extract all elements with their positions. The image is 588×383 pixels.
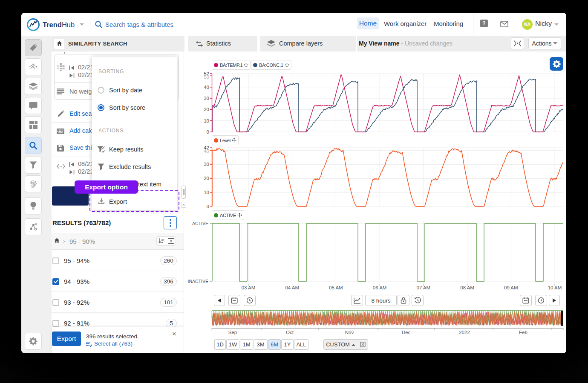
svg-text:07 AM: 07 AM [417, 285, 431, 290]
svg-text:09 AM: 09 AM [504, 285, 518, 290]
svg-text:04 AM: 04 AM [285, 285, 299, 290]
svg-text:0: 0 [207, 129, 209, 134]
svg-text:03 AM: 03 AM [242, 285, 256, 290]
svg-text:0: 0 [207, 204, 209, 209]
svg-text:10: 10 [204, 190, 209, 195]
svg-text:10 AM: 10 AM [548, 285, 562, 290]
svg-text:40: 40 [204, 85, 209, 90]
svg-text:40: 40 [204, 149, 209, 154]
svg-text:10: 10 [204, 118, 209, 123]
svg-text:INACTIVE: INACTIVE [188, 279, 208, 284]
svg-text:Sep: Sep [228, 330, 237, 335]
svg-text:50: 50 [204, 74, 209, 80]
svg-text:30: 30 [204, 162, 209, 167]
svg-text:20: 20 [204, 107, 209, 112]
svg-text:2022: 2022 [459, 330, 470, 335]
svg-text:Oct: Oct [286, 330, 294, 335]
svg-text:Feb: Feb [519, 330, 527, 335]
svg-text:06 AM: 06 AM [373, 285, 387, 290]
svg-text:ACTIVE: ACTIVE [192, 221, 208, 226]
svg-text:Nov: Nov [345, 330, 354, 335]
svg-text:08 AM: 08 AM [460, 285, 474, 290]
svg-text:20: 20 [204, 176, 209, 181]
svg-text:30: 30 [204, 96, 209, 101]
svg-text:05 AM: 05 AM [329, 285, 343, 290]
svg-text:Dec: Dec [402, 330, 411, 335]
